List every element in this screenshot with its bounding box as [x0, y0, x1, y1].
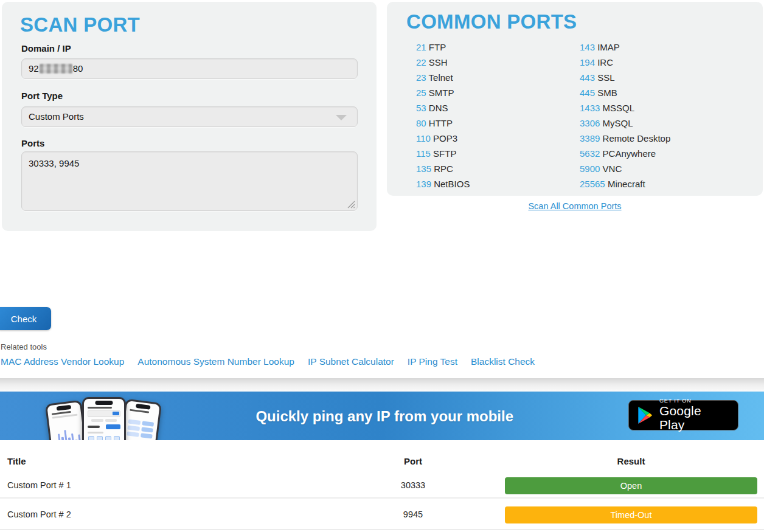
- header-title: Title: [7, 456, 26, 466]
- common-port-item: 139 NetBIOS: [416, 176, 580, 192]
- phone-notch: [95, 401, 113, 405]
- google-play-badge[interactable]: GET IT ON Google Play: [628, 400, 738, 430]
- domain-ip-input[interactable]: 9280: [21, 58, 358, 79]
- result-title: Custom Port # 1: [7, 480, 71, 490]
- phone-bar-chart: [54, 427, 82, 440]
- common-port-item: 3306 MySQL: [580, 116, 745, 131]
- phone-mockup-center: [82, 397, 126, 440]
- common-ports-title: COMMON PORTS: [406, 10, 577, 33]
- common-port-item: 22 SSH: [416, 55, 580, 70]
- scan-all-common-ports-link[interactable]: Scan All Common Ports: [387, 201, 763, 211]
- domain-ip-label: Domain / IP: [21, 43, 71, 54]
- common-port-item: 443 SSL: [580, 70, 745, 85]
- phone-blue-button: [106, 424, 120, 429]
- result-status-badge: Timed-Out: [505, 506, 757, 523]
- common-port-item: 115 SFTP: [416, 146, 580, 161]
- common-port-item: 5900 VNC: [580, 161, 745, 176]
- common-ports-column-2: 143 IMAP194 IRC443 SSL445 SMB1433 MSSQL3…: [580, 40, 745, 192]
- port-type-label: Port Type: [21, 91, 63, 101]
- common-port-item: 135 RPC: [416, 161, 580, 176]
- check-button[interactable]: Check: [0, 307, 51, 330]
- row-separator: [0, 497, 764, 499]
- related-tool-link[interactable]: Blacklist Check: [471, 356, 535, 367]
- domain-ip-value-prefix: 92: [29, 63, 39, 74]
- common-port-item: 25565 Minecraft: [580, 176, 745, 192]
- chevron-down-icon: [336, 115, 347, 120]
- mobile-app-banner: Quickly ping any IP from your mobile GET…: [0, 392, 764, 440]
- phones-mockup-image: [49, 397, 192, 440]
- common-port-item: 143 IMAP: [580, 40, 745, 55]
- common-port-item: 53 DNS: [416, 100, 580, 116]
- related-tool-link[interactable]: IP Subnet Calculator: [308, 356, 394, 367]
- common-ports-list: 21 FTP22 SSH23 Telnet25 SMTP53 DNS80 HTT…: [416, 40, 745, 192]
- scan-port-title: SCAN PORT: [20, 13, 140, 36]
- related-tool-link[interactable]: MAC Address Vendor Lookup: [1, 356, 124, 367]
- common-port-item: 445 SMB: [580, 85, 745, 100]
- phone-search-field: [88, 410, 120, 417]
- related-tools-label: Related tools: [1, 342, 47, 351]
- domain-ip-value-suffix: 80: [73, 63, 83, 74]
- common-port-item: 110 POP3: [416, 131, 580, 146]
- result-port: 30333: [365, 480, 461, 490]
- common-ports-panel: COMMON PORTS 21 FTP22 SSH23 Telnet25 SMT…: [387, 2, 763, 196]
- common-port-item: 23 Telnet: [416, 70, 580, 85]
- google-play-label: Google Play: [659, 404, 730, 432]
- result-status-badge: Open: [505, 477, 757, 494]
- common-port-item: 80 HTTP: [416, 116, 580, 131]
- common-port-item: 3389 Remote Desktop: [580, 131, 745, 146]
- ports-label: Ports: [21, 138, 44, 148]
- section-divider: [0, 378, 764, 392]
- result-title: Custom Port # 2: [7, 510, 71, 519]
- banner-headline: Quickly ping any IP from your mobile: [255, 408, 513, 425]
- common-port-item: 194 IRC: [580, 55, 745, 70]
- header-result: Result: [505, 456, 757, 466]
- phone-button-grid: [127, 420, 154, 439]
- result-port: 9945: [365, 510, 461, 519]
- result-row: Custom Port # 29945Timed-Out: [0, 510, 764, 528]
- header-port: Port: [365, 456, 461, 466]
- row-separator: [0, 529, 764, 530]
- ports-value: 30333, 9945: [29, 158, 79, 168]
- results-table: Title Port Result Custom Port # 130333Op…: [0, 452, 764, 532]
- port-type-selected-value: Custom Ports: [29, 111, 84, 122]
- related-tool-link[interactable]: IP Ping Test: [408, 356, 457, 367]
- redacted-ip-segment: [40, 64, 72, 74]
- phone-notch: [136, 404, 150, 410]
- related-tool-link[interactable]: Autonomous System Number Lookup: [137, 356, 294, 367]
- result-row: Custom Port # 130333Open: [0, 480, 764, 499]
- port-scanner-page: SCAN PORT Domain / IP 9280 Port Type Cus…: [0, 0, 764, 532]
- ports-textarea[interactable]: 30333, 9945: [21, 151, 358, 211]
- google-play-icon: [637, 406, 653, 424]
- common-port-item: 1433 MSSQL: [580, 100, 745, 116]
- common-port-item: 5632 PCAnywhere: [580, 146, 745, 161]
- phone-notch: [57, 405, 71, 411]
- port-type-select[interactable]: Custom Ports: [21, 106, 358, 127]
- phone-tool-icons: [88, 436, 120, 440]
- resize-handle-icon: [347, 201, 355, 209]
- common-port-item: 21 FTP: [416, 40, 580, 55]
- related-tools-links: MAC Address Vendor LookupAutonomous Syst…: [1, 356, 535, 367]
- common-port-item: 25 SMTP: [416, 85, 580, 100]
- scan-port-panel: SCAN PORT Domain / IP 9280 Port Type Cus…: [2, 2, 377, 231]
- common-ports-column-1: 21 FTP22 SSH23 Telnet25 SMTP53 DNS80 HTT…: [416, 40, 580, 192]
